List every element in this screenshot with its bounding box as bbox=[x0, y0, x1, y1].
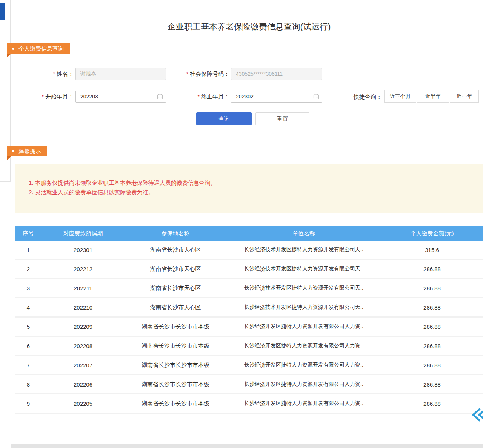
quick-btn-last-year[interactable]: 近一年 bbox=[450, 90, 479, 103]
cell-employer: 长沙经济开发区捷特人力资源开发有限公司人力资.. bbox=[226, 394, 381, 413]
col-header-seq: 序号 bbox=[15, 226, 42, 241]
cell-amount: 286.88 bbox=[381, 375, 483, 393]
cell-amount: 286.88 bbox=[381, 394, 483, 413]
query-button[interactable]: 查询 bbox=[196, 112, 252, 125]
cell-amount: 286.88 bbox=[381, 356, 483, 374]
cell-region: 湖南省长沙市长沙市市本级 bbox=[125, 318, 226, 336]
cell-period: 202301 bbox=[42, 241, 125, 259]
table-header-row: 序号 对应费款所属期 参保地名称 单位名称 个人缴费金额(元) bbox=[15, 226, 483, 241]
left-edge-blue-tab[interactable] bbox=[0, 3, 5, 20]
section-badge-label: 个人缴费信息查询 bbox=[18, 45, 64, 52]
quick-query-group: 近三个月 近半年 近一年 bbox=[384, 90, 479, 103]
page-title: 企业职工基本养老保险缴费信息查询(试运行) bbox=[15, 21, 483, 32]
table-row: 4 202210 湖南省长沙市天心区 长沙经济技术开发区捷特人力资源开发有限公司… bbox=[15, 298, 483, 318]
start-month-input-wrap bbox=[75, 91, 166, 103]
table-row: 7 202207 湖南省长沙市长沙市市本级 长沙经济开发区捷特人力资源开发有限公… bbox=[15, 356, 483, 375]
cell-region: 湖南省长沙市天心区 bbox=[125, 241, 226, 259]
cell-period: 202212 bbox=[42, 260, 125, 278]
name-input bbox=[75, 68, 166, 80]
table-row: 9 202205 湖南省长沙市长沙市市本级 长沙经济开发区捷特人力资源开发有限公… bbox=[15, 394, 483, 414]
required-asterisk: * bbox=[186, 71, 188, 77]
cell-seq: 4 bbox=[15, 298, 42, 316]
required-asterisk: * bbox=[42, 94, 44, 100]
col-header-amount: 个人缴费金额(元) bbox=[381, 226, 483, 241]
cell-employer: 长沙经济开发区捷特人力资源开发有限公司人力资.. bbox=[226, 356, 381, 374]
quick-btn-last-half-year[interactable]: 近半年 bbox=[417, 90, 449, 103]
bullet-dot-icon bbox=[12, 150, 14, 152]
name-input-wrap bbox=[75, 68, 166, 80]
table-row: 1 202301 湖南省长沙市天心区 长沙经济技术开发区捷特人力资源开发有限公司… bbox=[15, 241, 483, 260]
cell-period: 202207 bbox=[42, 356, 125, 374]
name-label: *姓名： bbox=[36, 68, 74, 80]
calendar-icon[interactable] bbox=[313, 94, 319, 100]
cell-region: 湖南省长沙市天心区 bbox=[125, 298, 226, 316]
cell-amount: 286.88 bbox=[381, 260, 483, 278]
cell-region: 湖南省长沙市天心区 bbox=[125, 279, 226, 297]
cell-employer: 长沙经济技术开发区捷特人力资源开发有限公司天.. bbox=[226, 279, 381, 297]
cell-period: 202210 bbox=[42, 298, 125, 316]
cell-region: 湖南省长沙市天心区 bbox=[125, 260, 226, 278]
start-month-input[interactable] bbox=[75, 91, 166, 103]
cell-seq: 9 bbox=[15, 394, 42, 413]
cell-amount: 286.88 bbox=[381, 318, 483, 336]
table-row: 6 202208 湖南省长沙市长沙市市本级 长沙经济开发区捷特人力资源开发有限公… bbox=[15, 337, 483, 356]
section-badge-personal-query: 个人缴费信息查询 bbox=[7, 43, 70, 54]
cell-period: 202208 bbox=[42, 337, 125, 355]
cell-amount: 315.6 bbox=[381, 241, 483, 259]
notice-line: 2. 灵活就业人员的缴费单位信息以实际缴费为准。 bbox=[29, 187, 475, 197]
cell-region: 湖南省长沙市长沙市市本级 bbox=[125, 375, 226, 393]
required-asterisk: * bbox=[53, 71, 55, 77]
cell-seq: 6 bbox=[15, 337, 42, 355]
table-row: 5 202209 湖南省长沙市长沙市市本级 长沙经济开发区捷特人力资源开发有限公… bbox=[15, 318, 483, 337]
cell-period: 202211 bbox=[42, 279, 125, 297]
notice-box: 1. 本服务仅提供尚未领取企业职工基本养老保险待遇人员的缴费信息查询。 2. 灵… bbox=[15, 164, 483, 213]
cell-employer: 长沙经济开发区捷特人力资源开发有限公司人力资.. bbox=[226, 375, 381, 393]
cell-seq: 1 bbox=[15, 241, 42, 259]
end-month-input-wrap bbox=[231, 91, 322, 103]
cell-amount: 286.88 bbox=[381, 298, 483, 316]
table-row: 8 202206 湖南省长沙市长沙市市本级 长沙经济开发区捷特人力资源开发有限公… bbox=[15, 375, 483, 394]
cell-period: 202206 bbox=[42, 375, 125, 393]
table-row: 2 202212 湖南省长沙市天心区 长沙经济技术开发区捷特人力资源开发有限公司… bbox=[15, 260, 483, 279]
section-badge-tips: 温馨提示 bbox=[7, 146, 47, 156]
cell-seq: 7 bbox=[15, 356, 42, 374]
cell-seq: 2 bbox=[15, 260, 42, 278]
cell-employer: 长沙经济技术开发区捷特人力资源开发有限公司天.. bbox=[226, 298, 381, 316]
end-month-label: *终止年月： bbox=[184, 91, 229, 103]
start-month-label: *开始年月： bbox=[29, 91, 74, 103]
cell-amount: 286.88 bbox=[381, 337, 483, 355]
cell-region: 湖南省长沙市长沙市市本级 bbox=[125, 356, 226, 374]
section-badge-label: 温馨提示 bbox=[18, 148, 41, 155]
end-month-input[interactable] bbox=[231, 91, 322, 103]
col-header-region: 参保地名称 bbox=[125, 226, 226, 241]
cell-employer: 长沙经济技术开发区捷特人力资源开发有限公司天.. bbox=[226, 241, 381, 259]
bullet-dot-icon bbox=[12, 48, 14, 50]
required-asterisk: * bbox=[198, 94, 200, 100]
notice-line: 1. 本服务仅提供尚未领取企业职工基本养老保险待遇人员的缴费信息查询。 bbox=[29, 178, 475, 187]
ssn-input bbox=[231, 68, 322, 80]
table-row: 3 202211 湖南省长沙市天心区 长沙经济技术开发区捷特人力资源开发有限公司… bbox=[15, 279, 483, 298]
ssn-label: *社会保障号码： bbox=[170, 68, 229, 80]
quick-btn-last-3-months[interactable]: 近三个月 bbox=[384, 90, 416, 103]
cell-period: 202209 bbox=[42, 318, 125, 336]
cell-seq: 5 bbox=[15, 318, 42, 336]
ssn-input-wrap bbox=[231, 68, 322, 80]
cell-amount: 286.88 bbox=[381, 279, 483, 297]
payment-table: 序号 对应费款所属期 参保地名称 单位名称 个人缴费金额(元) 1 202301… bbox=[15, 226, 483, 414]
bottom-scroll-strip[interactable] bbox=[11, 444, 483, 448]
calendar-icon[interactable] bbox=[157, 94, 163, 100]
cell-employer: 长沙经济开发区捷特人力资源开发有限公司人力资.. bbox=[226, 337, 381, 355]
quick-query-label: 快捷查询： bbox=[350, 91, 382, 103]
cell-region: 湖南省长沙市长沙市市本级 bbox=[125, 337, 226, 355]
col-header-employer: 单位名称 bbox=[226, 226, 381, 241]
cell-employer: 长沙经济技术开发区捷特人力资源开发有限公司天.. bbox=[226, 260, 381, 278]
cell-employer: 长沙经济开发区捷特人力资源开发有限公司人力资.. bbox=[226, 318, 381, 336]
reset-button[interactable]: 重置 bbox=[255, 112, 309, 125]
cell-seq: 3 bbox=[15, 279, 42, 297]
double-chevron-left-icon[interactable] bbox=[471, 407, 483, 422]
cell-seq: 8 bbox=[15, 375, 42, 393]
cell-region: 湖南省长沙市长沙市市本级 bbox=[125, 394, 226, 413]
cell-period: 202205 bbox=[42, 394, 125, 413]
col-header-period: 对应费款所属期 bbox=[42, 226, 125, 241]
